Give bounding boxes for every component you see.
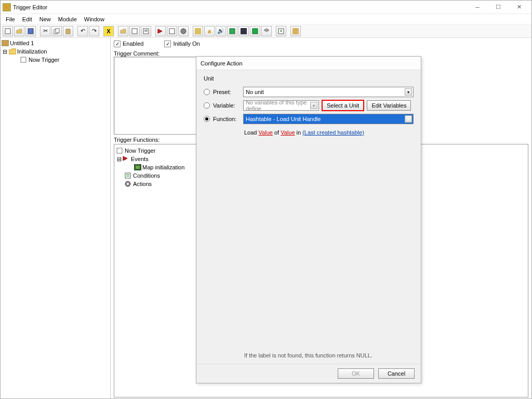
tree-root[interactable]: Untitled 1 xyxy=(2,39,109,47)
expand-icon[interactable]: ⊟ xyxy=(116,156,122,163)
window-title: Trigger Editor xyxy=(13,4,47,10)
tool-condition-icon[interactable] xyxy=(167,26,177,36)
svg-point-10 xyxy=(181,29,186,34)
menu-module[interactable]: Module xyxy=(55,15,80,23)
enabled-checkbox[interactable]: ✓Enabled xyxy=(114,41,143,47)
menu-new[interactable]: New xyxy=(36,15,54,23)
flag-icon xyxy=(123,156,130,162)
svg-rect-16 xyxy=(292,28,299,34)
tool-test-icon[interactable] xyxy=(290,26,301,36)
hashtable-link[interactable]: (Last created hashtable) xyxy=(302,129,364,136)
ok-button[interactable]: OK xyxy=(338,368,374,379)
svg-rect-3 xyxy=(56,29,59,33)
tool-module-trigger-icon[interactable]: a xyxy=(204,26,215,36)
tree-root-label: Untitled 1 xyxy=(10,40,34,46)
svg-rect-17 xyxy=(2,40,9,46)
tool-event-icon[interactable] xyxy=(155,26,166,36)
dialog-titlebar: Configure Action xyxy=(196,57,421,70)
chevron-down-icon: ▾ xyxy=(405,88,412,96)
tree-trigger-label: Now Trigger xyxy=(29,57,59,63)
variable-combo[interactable]: No variables of this type define ▾ xyxy=(243,100,319,111)
tool-variables-icon[interactable]: X xyxy=(103,26,114,36)
edit-variables-button[interactable]: Edit Variables xyxy=(367,100,411,111)
svg-rect-22 xyxy=(125,173,130,178)
tree-folder-label: Initialization xyxy=(17,48,47,55)
svg-rect-5 xyxy=(132,29,137,34)
tool-redo-icon[interactable]: ↷ xyxy=(89,26,99,36)
value1-link[interactable]: Value xyxy=(259,129,273,136)
dialog-title: Configure Action xyxy=(201,60,243,66)
enabled-label: Enabled xyxy=(123,41,143,47)
gear-icon xyxy=(125,181,132,187)
svg-rect-12 xyxy=(230,29,235,34)
map-init-icon xyxy=(134,164,141,170)
tool-module-object-icon[interactable] xyxy=(227,26,237,36)
tool-module-terrain-icon[interactable] xyxy=(193,26,203,36)
svg-rect-19 xyxy=(117,148,122,153)
close-button[interactable]: ✕ xyxy=(509,1,529,14)
chevron-down-icon: ▾ xyxy=(405,115,412,123)
svg-rect-1 xyxy=(28,29,33,34)
preset-label: Preset: xyxy=(213,89,240,95)
tool-module-model-icon[interactable] xyxy=(261,26,272,36)
function-label: Function: xyxy=(213,116,240,122)
function-note: If the label is not found, this function… xyxy=(244,352,414,358)
menu-edit[interactable]: Edit xyxy=(19,15,35,23)
titlebar: Trigger Editor ─ ☐ ✕ xyxy=(1,1,531,14)
value2-link[interactable]: Value xyxy=(281,129,295,136)
tree-trigger-now[interactable]: Now Trigger xyxy=(2,56,109,64)
menubar: File Edit New Module Window xyxy=(1,14,531,24)
svg-rect-21 xyxy=(136,166,140,169)
tool-category-icon[interactable] xyxy=(118,26,128,36)
variable-label: Variable: xyxy=(213,102,240,109)
chevron-down-icon: ▾ xyxy=(310,102,317,109)
tool-new-icon[interactable] xyxy=(3,26,13,36)
map-icon xyxy=(2,40,9,46)
tool-module-ai-icon[interactable] xyxy=(250,26,260,36)
initially-on-checkbox[interactable]: ✓Initially On xyxy=(164,41,200,47)
expand-icon[interactable]: ⊟ xyxy=(2,48,8,55)
svg-rect-9 xyxy=(169,29,175,34)
dialog-subtitle: Unit xyxy=(204,75,414,82)
preset-radio[interactable] xyxy=(204,89,210,95)
variable-radio[interactable] xyxy=(204,102,210,109)
tool-undo-icon[interactable]: ↶ xyxy=(77,26,88,36)
tree-folder-init[interactable]: ⊟ Initialization xyxy=(2,47,109,56)
app-icon xyxy=(3,3,11,11)
page-icon xyxy=(116,148,124,154)
menu-file[interactable]: File xyxy=(3,15,18,23)
tool-paste-icon[interactable] xyxy=(63,26,73,36)
svg-point-26 xyxy=(127,183,129,185)
function-combo[interactable]: Hashtable - Load Unit Handle ▾ xyxy=(243,114,414,124)
tool-save-icon[interactable] xyxy=(25,26,36,36)
function-description: Load Value of Value in (Last created has… xyxy=(244,129,414,239)
folder-open-icon xyxy=(9,48,16,55)
initially-on-label: Initially On xyxy=(173,41,200,47)
minimize-button[interactable]: ─ xyxy=(467,1,488,14)
function-radio[interactable] xyxy=(204,116,210,122)
toolbar: ✂ ↶ ↷ X a 🔊 xyxy=(1,24,531,38)
trigger-tree: Untitled 1 ⊟ Initialization Now Trigger xyxy=(1,38,111,398)
preset-combo[interactable]: No unit ▾ xyxy=(243,87,414,97)
tool-comment-icon[interactable] xyxy=(141,26,151,36)
page-icon xyxy=(20,57,28,63)
tool-trigger-icon[interactable] xyxy=(129,26,140,36)
svg-rect-13 xyxy=(241,28,247,34)
svg-rect-11 xyxy=(195,28,201,34)
tool-module-campaign-icon[interactable] xyxy=(238,26,249,36)
tool-copy-icon[interactable] xyxy=(51,26,62,36)
svg-rect-4 xyxy=(66,29,70,34)
tool-import-icon[interactable] xyxy=(276,26,286,36)
tool-open-icon[interactable] xyxy=(14,26,24,36)
tool-cut-icon[interactable]: ✂ xyxy=(40,26,50,36)
conditions-icon xyxy=(125,172,132,179)
svg-rect-0 xyxy=(5,29,10,34)
svg-rect-18 xyxy=(21,57,26,62)
configure-action-dialog: Configure Action Unit Preset: No unit ▾ … xyxy=(196,56,421,383)
menu-window[interactable]: Window xyxy=(81,15,108,23)
select-unit-button[interactable]: Select a Unit xyxy=(322,100,364,111)
tool-action-icon[interactable] xyxy=(178,26,189,36)
cancel-button[interactable]: Cancel xyxy=(378,368,415,379)
maximize-button[interactable]: ☐ xyxy=(488,1,509,14)
tool-module-sound-icon[interactable]: 🔊 xyxy=(216,26,226,36)
